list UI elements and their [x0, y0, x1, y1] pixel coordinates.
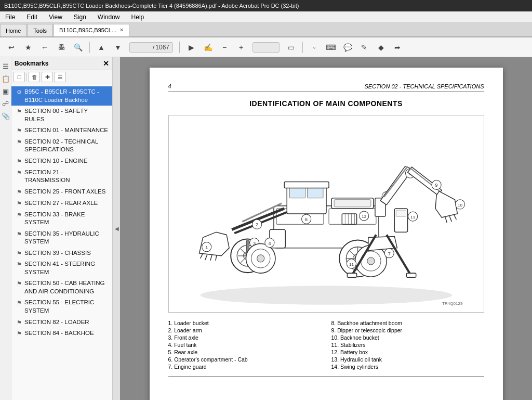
bookmark-label-s82: SECTION 82 - LOADER	[24, 318, 89, 327]
menu-help[interactable]: Help	[129, 12, 147, 22]
tab-doc-label: B110C,B95C,B95CL...	[59, 27, 116, 33]
part-9: 9. Dipper or telescopic dipper	[331, 327, 484, 333]
tools-extra-3[interactable]: ◆	[374, 41, 388, 54]
page-sep: /	[153, 44, 154, 51]
bookmark-s25[interactable]: ⚑ SECTION 25 - FRONT AXLES	[11, 186, 112, 198]
bookmark-s00[interactable]: ⚑ SECTION 00 - SAFETY RULES	[11, 106, 112, 125]
bookmark-label-s00: SECTION 00 - SAFETY RULES	[24, 107, 109, 123]
part-6: 6. Operator's compartment - Cab	[168, 356, 321, 363]
draw-button[interactable]: ✎	[357, 41, 371, 54]
bookmark-s50[interactable]: ⚑ SECTION 50 - CAB HEATING AND AIR CONDI…	[11, 278, 112, 297]
next-page-button[interactable]: ▼	[111, 41, 125, 54]
bookmarks-title: Bookmarks	[15, 60, 48, 67]
svg-text:9: 9	[435, 183, 437, 188]
delete-bookmark-button[interactable]: 🗑	[29, 72, 40, 82]
zoom-input[interactable]: 71%	[256, 44, 276, 51]
toolbar: ↩ ★ ← 🖶 🔍 ▲ ▼ 23 / 1067 ▶ ✍ − + 71% ▭ ◦ …	[0, 37, 532, 57]
bookmark-icon-s82: ⚑	[17, 319, 22, 327]
parts-col-left: 1. Loader bucket 2. Loader arm 3. Front …	[168, 320, 321, 371]
svg-point-1	[200, 286, 452, 304]
doc-main-title: IDENTIFICATION OF MAIN COMPONENTS	[168, 99, 484, 108]
bookmark-s27[interactable]: ⚑ SECTION 27 - REAR AXLE	[11, 198, 112, 209]
bookmark-s82[interactable]: ⚑ SECTION 82 - LOADER	[11, 317, 112, 328]
bookmark-icon-s55: ⚑	[17, 299, 22, 307]
bookmark-label-s21: SECTION 21 - TRANSMISSION	[24, 169, 109, 185]
svg-text:2: 2	[256, 222, 258, 227]
bookmark-icon-s84: ⚑	[17, 330, 22, 338]
fit-button[interactable]: 🔍	[71, 41, 85, 54]
share-button[interactable]: ➦	[390, 41, 405, 54]
part-11: 11. Stabilizers	[331, 342, 484, 348]
svg-rect-82	[396, 210, 406, 216]
menu-edit[interactable]: Edit	[24, 12, 39, 22]
bookmark-s10[interactable]: ⚑ SECTION 10 - ENGINE	[11, 156, 112, 167]
bookmark-s21[interactable]: ⚑ SECTION 21 - TRANSMISSION	[11, 167, 112, 186]
menu-window[interactable]: Window	[96, 12, 122, 22]
bookmark-button[interactable]: ★	[21, 41, 35, 54]
fit-width-button[interactable]: ▭	[284, 41, 298, 54]
bookmark-icon-s27: ⚑	[17, 200, 22, 208]
bookmark-s33[interactable]: ⚑ SECTION 33 - BRAKE SYSTEM	[11, 209, 112, 228]
part-12: 12. Battery box	[331, 349, 484, 355]
thumbnail-icon[interactable]: ▣	[1, 86, 10, 96]
bookmark-icon-s02: ⚑	[17, 138, 22, 146]
comment-button[interactable]: 💬	[340, 41, 355, 54]
toolbar-sep-3	[302, 42, 303, 53]
page-header: 4 SECTION 02 - TECHNICAL SPECIFICATIONS	[168, 83, 484, 92]
bookmark-icon-b95c: ⚙	[17, 88, 22, 96]
bookmark-panel-icon[interactable]: 📋	[1, 74, 10, 83]
svg-text:4: 4	[268, 241, 271, 246]
select-tool[interactable]: ▶	[184, 41, 198, 54]
tab-close-icon[interactable]: ✕	[119, 27, 124, 33]
menu-view[interactable]: View	[47, 12, 64, 22]
bookmark-s39[interactable]: ⚑ SECTION 39 - CHASSIS	[11, 248, 112, 259]
bookmark-s41[interactable]: ⚑ SECTION 41 - STEERING SYSTEM	[11, 259, 112, 278]
bookmark-label-s50: SECTION 50 - CAB HEATING AND AIR CONDITI…	[24, 279, 109, 295]
part-7: 7. Engine guard	[168, 364, 321, 370]
zoom-in-button[interactable]: +	[234, 41, 248, 54]
part-1: 1. Loader bucket	[168, 320, 321, 326]
bookmark-icon-s00: ⚑	[17, 108, 22, 115]
window-title: B110C,B95C,B95CLR,B95CTC Loader Backhoes…	[4, 3, 299, 9]
hand-tool[interactable]: ✍	[201, 41, 215, 54]
svg-text:13: 13	[410, 215, 415, 220]
panel-collapse-bar[interactable]: ◀	[113, 57, 120, 400]
tab-doc[interactable]: B110C,B95C,B95CL... ✕	[54, 24, 129, 36]
bm-toolbar-sep	[26, 73, 27, 81]
tab-home-label: Home	[6, 28, 21, 34]
bookmark-s84[interactable]: ⚑ SECTION 84 - BACKHOE	[11, 328, 112, 339]
part-3: 3. Front axle	[168, 334, 321, 341]
print-button[interactable]: 🖶	[54, 41, 69, 54]
tools-extra-1[interactable]: ◦	[307, 41, 322, 54]
menu-file[interactable]: File	[3, 12, 17, 22]
bookmark-label-s10: SECTION 10 - ENGINE	[24, 157, 87, 165]
bookmark-options-button[interactable]: ☰	[55, 72, 66, 82]
viewer-area[interactable]: 4 SECTION 02 - TECHNICAL SPECIFICATIONS …	[120, 57, 532, 400]
zoom-out-button[interactable]: −	[217, 41, 232, 54]
menu-bar: File Edit View Sign Window Help	[0, 11, 532, 23]
close-bookmarks-icon[interactable]: ✕	[103, 59, 109, 68]
prev-page-button[interactable]: ▲	[94, 41, 109, 54]
bookmark-s02[interactable]: ⚑ SECTION 02 - TECHNICAL SPECIFICATIONS	[11, 136, 112, 156]
tab-home[interactable]: Home	[0, 24, 26, 36]
bookmarks-list: ⚙ B95C - B95CLR - B95CTC - B110C Loader …	[11, 84, 112, 400]
back-button[interactable]: ↩	[4, 41, 19, 54]
bookmarks-toolbar: □ 🗑 ✚ ☰	[11, 70, 112, 84]
tab-tools[interactable]: Tools	[28, 24, 52, 36]
page-number: 4	[168, 83, 171, 89]
attachments-icon[interactable]: 📎	[1, 111, 10, 121]
bookmark-b95c[interactable]: ⚙ B95C - B95CLR - B95CTC - B110C Loader …	[11, 86, 112, 106]
title-bar: B110C,B95C,B95CLR,B95CTC Loader Backhoes…	[0, 0, 532, 11]
bookmark-s55[interactable]: ⚑ SECTION 55 - ELECTRIC SYSTEM	[11, 297, 112, 316]
svg-text:6: 6	[305, 217, 308, 222]
bookmark-s35[interactable]: ⚑ SECTION 35 - HYDRAULIC SYSTEM	[11, 228, 112, 248]
sidebar-toggle-icon[interactable]: ☰	[1, 61, 10, 71]
tools-extra-2[interactable]: ⌨	[324, 41, 338, 54]
menu-sign[interactable]: Sign	[72, 12, 88, 22]
bookmark-s01[interactable]: ⚑ SECTION 01 - MAINTENANCE	[11, 125, 112, 136]
page-input[interactable]: 23	[133, 44, 152, 51]
previous-view-button[interactable]: ←	[37, 41, 52, 54]
new-bookmark-button[interactable]: ✚	[42, 72, 53, 82]
layers-icon[interactable]: ☍	[1, 99, 10, 108]
expand-all-button[interactable]: □	[14, 72, 25, 82]
